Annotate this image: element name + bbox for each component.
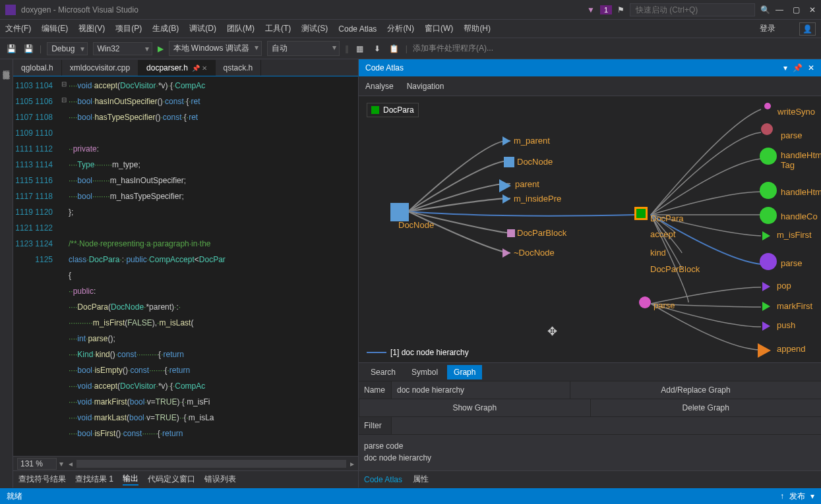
config-dropdown[interactable]: Debug bbox=[47, 42, 87, 55]
menu-team[interactable]: 团队(M) bbox=[227, 23, 255, 34]
tab-properties[interactable]: 属性 bbox=[413, 474, 429, 485]
publish-button[interactable]: 发布 bbox=[789, 491, 805, 502]
tab-output[interactable]: 输出 bbox=[123, 473, 138, 486]
node-append[interactable] bbox=[758, 343, 771, 358]
tb-icon-1[interactable]: ▦ bbox=[354, 43, 366, 55]
node-parent[interactable] bbox=[499, 179, 511, 192]
node-writesyno[interactable] bbox=[764, 103, 771, 109]
tab-find-symbols[interactable]: 查找符号结果 bbox=[18, 474, 66, 485]
atlas-search-tabs: Search Symbol Graph bbox=[359, 362, 821, 381]
node-destdocnode[interactable] bbox=[502, 248, 510, 258]
name-input[interactable] bbox=[392, 381, 570, 399]
output-tabs: 查找符号结果 查找结果 1 输出 代码定义窗口 错误列表 bbox=[13, 470, 358, 488]
menu-tools[interactable]: 工具(T) bbox=[265, 23, 291, 34]
code-editor[interactable]: 1103 1104 1105 1106 1107 1108 1109 1110 … bbox=[13, 76, 358, 456]
menu-build[interactable]: 生成(B) bbox=[152, 23, 179, 34]
maximize-button[interactable]: ▢ bbox=[793, 5, 800, 14]
node-m-insidepre[interactable] bbox=[502, 194, 510, 204]
close-button[interactable]: ✕ bbox=[809, 5, 816, 14]
node-m-isfirst[interactable] bbox=[762, 231, 770, 240]
menu-analyze[interactable]: 分析(N) bbox=[387, 23, 414, 34]
tab-qstack[interactable]: qstack.h bbox=[216, 60, 262, 76]
tab-find-results[interactable]: 查找结果 1 bbox=[75, 474, 113, 485]
publish-icon[interactable]: ↑ bbox=[780, 491, 784, 501]
notification-badge[interactable]: 1 bbox=[600, 5, 612, 14]
filter-list[interactable]: parse code doc node hierarchy bbox=[359, 434, 821, 470]
vertical-tab-strip[interactable]: 数据源 服务资源管理器 bbox=[0, 59, 13, 488]
node-handlehtmtag[interactable] bbox=[760, 148, 777, 165]
filter-input[interactable] bbox=[392, 417, 821, 434]
save-icon[interactable]: 💾 bbox=[5, 43, 17, 55]
minimize-button[interactable]: — bbox=[775, 5, 783, 14]
tab-code-def[interactable]: 代码定义窗口 bbox=[148, 474, 195, 485]
filter-icon[interactable]: ▼ bbox=[587, 5, 595, 14]
atlas-dropdown-icon[interactable]: ▾ bbox=[783, 63, 787, 72]
node-markfirst[interactable] bbox=[762, 302, 770, 311]
node-m-parent[interactable] bbox=[502, 136, 510, 146]
title-bar: doxygen - Microsoft Visual Studio ▼ 1 ⚑ … bbox=[0, 0, 821, 20]
tb-icon-2[interactable]: ⬇ bbox=[371, 43, 383, 55]
tab-qglobal[interactable]: qglobal.h bbox=[13, 60, 62, 76]
node-parse4[interactable] bbox=[760, 253, 777, 270]
add-event-hint[interactable]: 添加事件处理程序(A)... bbox=[413, 43, 493, 54]
filter-item[interactable]: doc node hierarchy bbox=[364, 452, 816, 464]
auto-dropdown[interactable]: 自动 bbox=[267, 41, 340, 56]
node-push[interactable] bbox=[762, 322, 770, 331]
atlas-navigation[interactable]: Navigation bbox=[407, 82, 444, 91]
login-link[interactable]: 登录 bbox=[760, 23, 775, 34]
menu-view[interactable]: 视图(V) bbox=[78, 23, 105, 34]
tab-errors[interactable]: 错误列表 bbox=[204, 474, 236, 485]
menu-help[interactable]: 帮助(H) bbox=[464, 23, 491, 34]
tb-icon-3[interactable]: 📋 bbox=[388, 43, 400, 55]
platform-dropdown[interactable]: Win32 bbox=[93, 42, 152, 55]
h-scrollbar[interactable] bbox=[76, 460, 346, 468]
node-parse3[interactable] bbox=[761, 123, 773, 135]
menu-project[interactable]: 项目(P) bbox=[115, 23, 142, 34]
atlas-title: Code Atlas bbox=[365, 63, 404, 72]
flag-icon[interactable]: ⚑ bbox=[617, 5, 624, 14]
save-all-icon[interactable]: 💾 bbox=[22, 43, 34, 55]
tab-search[interactable]: Search bbox=[364, 365, 402, 379]
menu-test[interactable]: 测试(S) bbox=[301, 23, 328, 34]
graph-canvas[interactable]: DocPara bbox=[359, 96, 821, 362]
pin-icon[interactable]: 📌 ✕ bbox=[192, 65, 207, 72]
play-icon[interactable]: ▶ bbox=[158, 44, 164, 53]
delete-graph-button[interactable]: Delete Graph bbox=[590, 399, 822, 416]
node-docpara-selected[interactable] bbox=[634, 207, 648, 220]
editor-pane: qglobal.h xmldocvisitor.cpp docparser.h📌… bbox=[13, 59, 359, 488]
tab-code-atlas[interactable]: Code Atlas bbox=[364, 475, 402, 484]
node-docparblock[interactable] bbox=[507, 229, 515, 237]
node-handleco[interactable] bbox=[760, 207, 777, 224]
tab-graph[interactable]: Graph bbox=[447, 365, 482, 379]
atlas-pin-icon[interactable]: 📌 bbox=[793, 63, 803, 72]
menu-file[interactable]: 文件(F) bbox=[5, 23, 31, 34]
node-docnode[interactable] bbox=[504, 157, 514, 167]
legend-bottom: [1] doc node hierarchy bbox=[367, 348, 469, 357]
node-handlehtm[interactable] bbox=[760, 182, 777, 199]
legend-top: DocPara bbox=[367, 103, 419, 117]
tab-symbol[interactable]: Symbol bbox=[405, 365, 444, 379]
quick-launch-input[interactable] bbox=[630, 3, 755, 16]
menu-bar: 文件(F) 编辑(E) 视图(V) 项目(P) 生成(B) 调试(D) 团队(M… bbox=[0, 20, 821, 38]
zoom-input[interactable] bbox=[17, 458, 57, 470]
window-title: doxygen - Microsoft Visual Studio bbox=[21, 5, 587, 14]
avatar-icon[interactable]: 👤 bbox=[799, 22, 816, 36]
debugger-dropdown[interactable]: 本地 Windows 调试器 bbox=[169, 41, 262, 56]
filter-item[interactable]: parse code bbox=[364, 440, 816, 452]
menu-codeatlas[interactable]: Code Atlas bbox=[338, 24, 377, 34]
menu-window[interactable]: 窗口(W) bbox=[425, 23, 453, 34]
filter-label: Filter bbox=[359, 417, 392, 434]
tab-xmldocvisitor[interactable]: xmldocvisitor.cpp bbox=[62, 60, 138, 76]
atlas-analyse[interactable]: Analyse bbox=[365, 82, 394, 91]
zoom-dropdown-icon[interactable]: ▾ bbox=[59, 459, 63, 468]
node-parse[interactable] bbox=[639, 296, 651, 308]
node-pop[interactable] bbox=[762, 282, 770, 291]
show-graph-button[interactable]: Show Graph bbox=[359, 399, 590, 416]
node-docnode-root[interactable] bbox=[390, 203, 409, 221]
add-replace-button[interactable]: Add/Replace Graph bbox=[570, 381, 821, 399]
tab-docparser[interactable]: docparser.h📌 ✕ bbox=[138, 60, 216, 76]
atlas-close-icon[interactable]: ✕ bbox=[808, 63, 814, 72]
menu-edit[interactable]: 编辑(E) bbox=[42, 23, 68, 34]
menu-debug[interactable]: 调试(D) bbox=[189, 23, 216, 34]
search-icon[interactable]: 🔍 bbox=[760, 5, 770, 14]
